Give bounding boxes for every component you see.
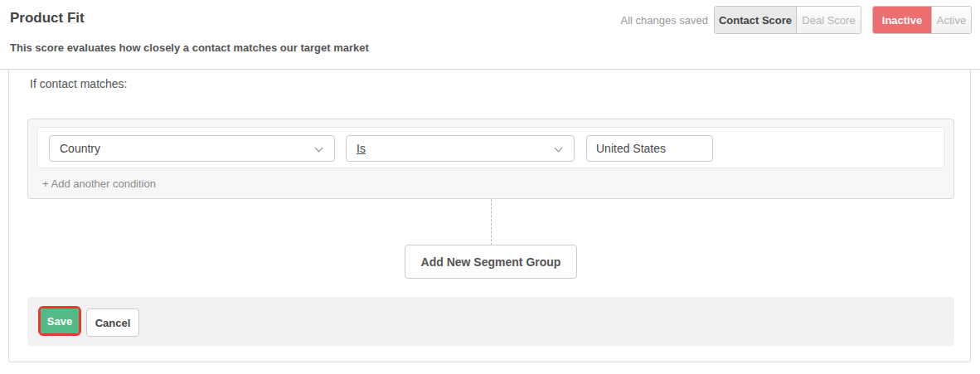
score-type-toggle: Contact Score Deal Score xyxy=(714,6,861,34)
click-target-highlight: Save xyxy=(38,306,81,336)
condition-operator-value: Is xyxy=(357,142,366,155)
condition-field-value: Country xyxy=(60,142,100,155)
toggle-deal-score[interactable]: Deal Score xyxy=(796,7,861,33)
score-builder-screen: Product Fit This score evaluates how clo… xyxy=(0,0,980,374)
cancel-button[interactable]: Cancel xyxy=(86,308,139,337)
page-header: Product Fit This score evaluates how clo… xyxy=(0,0,980,70)
add-condition-link[interactable]: + Add another condition xyxy=(42,177,156,190)
add-segment-group-button[interactable]: Add New Segment Group xyxy=(405,245,577,279)
score-rules-card: If contact matches: Country Is + Add ano… xyxy=(8,70,971,362)
actions-footer: Save Cancel xyxy=(27,297,954,346)
chevron-down-icon xyxy=(315,144,323,153)
toggle-inactive[interactable]: Inactive xyxy=(873,7,931,33)
condition-field-select[interactable]: Country xyxy=(49,135,335,162)
segment-connector-line xyxy=(491,199,492,245)
page-subtitle: This score evaluates how closely a conta… xyxy=(10,41,369,54)
save-status-text: All changes saved xyxy=(620,14,708,27)
page-title: Product Fit xyxy=(10,10,85,27)
condition-value-input[interactable] xyxy=(586,135,713,162)
chevron-down-icon xyxy=(555,144,563,153)
condition-operator-select[interactable]: Is xyxy=(346,135,575,162)
score-state-toggle: Inactive Active xyxy=(872,6,972,34)
save-button[interactable]: Save xyxy=(41,308,79,333)
toggle-contact-score[interactable]: Contact Score xyxy=(715,7,796,33)
condition-row: Country Is xyxy=(36,127,945,168)
condition-intro-label: If contact matches: xyxy=(30,77,128,90)
toggle-active[interactable]: Active xyxy=(931,7,971,33)
segment-group-panel: Country Is + Add another condition xyxy=(27,119,954,199)
